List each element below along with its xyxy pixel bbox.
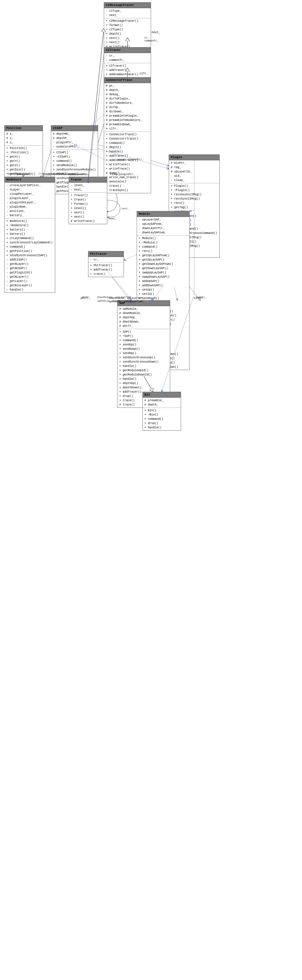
svg-line-4 [43,149,51,177]
Bin-title: Bin [143,392,181,398]
label-upModule: upModule_ downLayerSAP_ [109,300,144,303]
label-tracer-next: next_ [109,217,116,220]
PktTracer-title: PktTracer [88,251,124,257]
CIMessageTracer-box: CIMessageTracer - cIType_ - next_ + CIMe… [104,2,151,50]
svg-line-35 [124,255,137,260]
label-crosslayer: crossLayerSAPlist_ [43,173,71,176]
Plugin-title: Plugin [169,155,219,160]
ConnectorTrace-box: ConnectorTrace # pt_ # depth_ # debug_ #… [104,77,151,193]
NodeCore-methods: + NodeCore() + ~NodeCore() + battery() +… [5,218,55,293]
label-clTr: clTr_ [140,72,148,75]
label-next-cimessage: next_ [152,31,160,34]
PktTracer-box: PktTracer - tr_ + PktTracer() + addTrace… [88,251,124,277]
label-downModule: downModule_ upLayerSAP_ [109,297,144,300]
PktTracer-methods: + PktTracer() + addTracer() + trace() [88,262,124,277]
diagram-container: CIMessageTracer - cIType_ - next_ + CIMe… [0,0,302,980]
Position-title: Position [5,126,43,131]
label-binPtr: binPtr_ [194,297,205,300]
Tracer-methods: + Tracer() + trace() + format() + level(… [69,192,107,224]
Position-attrs: # x_ # y_ # z_ [5,131,43,145]
Plugin-attrs: # binPtr_ # tag_ # upLayerId_ - uid_ - c… [169,160,219,183]
ConnectorTrace-methods: + ConnectorTrace() + ConnectorrTrace() +… [104,132,151,193]
Bin-attrs: # preamble_ # depth_ [143,398,181,407]
Bin-methods: + Bin() + ~Bin() + command() + drop() + … [143,407,181,430]
label-nodecore: nodeCorePPtr_ [68,173,89,176]
CITracer-attrs: - tr_ - commonTr_ [104,53,151,63]
CIMessageTracer-title: CIMessageTracer [104,3,151,8]
Module-attrs: - upLayerSAP_ - upLaySAPnum_ - downLayer… [137,217,189,235]
SAP-attrs: # upModule_ # downModule_ # depthUp_ # d… [118,306,170,329]
CIMessageTracer-attrs: - cIType_ - next_ [104,8,151,18]
NodeCore-attrs: - crossLayerSAPlist_ - nLayer_ - cisapPe… [5,183,55,218]
NodeCore-title: NodeCore [5,177,55,183]
Bin-box: Bin # preamble_ # depth_ + Bin() + ~Bin(… [142,392,181,431]
label-pktTr: pktTr_ [81,297,90,300]
Tracer-title: Tracer [69,177,107,183]
label-cisap-plugin: cisap_pluginPtr_ [110,173,135,176]
Tracer-box: Tracer - level_ - next_ + Tracer() + tra… [68,177,107,224]
CISAP-attrs: # depthNC_ # depthP_ - pluginPtr_ - node… [51,131,98,150]
CISAP-title: CISAP [51,126,98,131]
CITracer-title: CITracer [104,48,151,53]
Tracer-attrs: - level_ - next_ [69,183,107,192]
PktTracer-attrs: - tr_ [88,257,124,262]
ConnectorTrace-title: ConnectorTrace [104,78,151,83]
main-arrows: next_ nodeCorePPtr_ cisap_ pluginPtr_ bi… [0,0,302,980]
arrows-svg [0,0,302,980]
NodeCore-box: NodeCore - crossLayerSAPlist_ - nLayer_ … [4,177,55,293]
Module-title: Module [137,211,189,217]
label-position: position_ [17,173,31,176]
svg-text:next_: next_ [122,207,130,210]
label-tr-commontr: tr_commonTr_ [145,37,159,42]
ConnectorTrace-attrs: # pt_ # depth_ # debug_ # dirToPlugin_ #… [104,83,151,132]
CIMessageTracer-methods: + CIMessageTracer() + format() + cIType(… [104,18,151,49]
